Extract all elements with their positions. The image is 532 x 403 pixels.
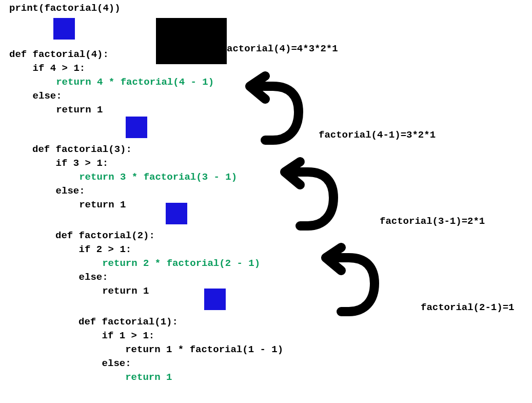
code-fn4-if: if 4 > 1: bbox=[9, 63, 85, 74]
code-fn4-return: return 4 * factorial(4 - 1) bbox=[9, 76, 214, 88]
code-fn3-def: def factorial(3): bbox=[32, 144, 132, 155]
return-arrow-icon-1 bbox=[242, 66, 304, 153]
blue-square-3 bbox=[166, 203, 187, 224]
code-fn2-return1: return 1 bbox=[55, 285, 149, 297]
code-fn1-return1: return 1 bbox=[78, 372, 172, 383]
code-fn3-return1: return 1 bbox=[32, 199, 126, 210]
code-fn4-return1: return 1 bbox=[9, 104, 103, 116]
code-print: print(factorial(4)) bbox=[9, 3, 121, 14]
label-factorial-2-1: factorial(2-1)=1 bbox=[421, 302, 514, 313]
code-fn4-else: else: bbox=[9, 90, 62, 102]
code-fn2-if: if 2 > 1: bbox=[55, 244, 131, 255]
code-fn2-def: def factorial(2): bbox=[55, 230, 155, 241]
code-fn2-return: return 2 * factorial(2 - 1) bbox=[55, 258, 260, 269]
code-fn3-else: else: bbox=[32, 185, 85, 197]
label-factorial-4-1: factorial(4-1)=3*2*1 bbox=[319, 129, 436, 141]
code-fn1-else: else: bbox=[78, 358, 131, 369]
code-fn1-return: return 1 * factorial(1 - 1) bbox=[78, 344, 283, 355]
label-factorial-3-1: factorial(3-1)=2*1 bbox=[380, 216, 485, 227]
black-rectangle bbox=[156, 18, 227, 64]
code-fn1-def: def factorial(1): bbox=[78, 316, 178, 328]
blue-square-2 bbox=[126, 117, 147, 138]
blue-square-1 bbox=[53, 18, 75, 40]
code-fn4-def: def factorial(4): bbox=[9, 49, 109, 60]
code-fn3-return: return 3 * factorial(3 - 1) bbox=[32, 171, 237, 183]
return-arrow-icon-2 bbox=[277, 151, 339, 239]
code-fn1-if: if 1 > 1: bbox=[78, 330, 154, 341]
code-fn3-if: if 3 > 1: bbox=[32, 158, 108, 169]
return-arrow-icon-3 bbox=[318, 237, 380, 324]
label-factorial-4: actorial(4)=4*3*2*1 bbox=[227, 43, 338, 54]
blue-square-4 bbox=[204, 289, 226, 310]
code-fn2-else: else: bbox=[55, 272, 108, 283]
